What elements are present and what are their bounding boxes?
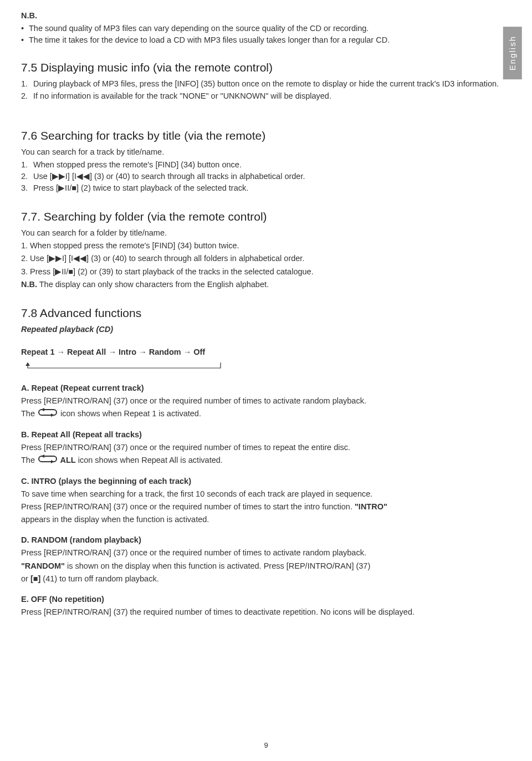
nb-label-inline: N.B.: [21, 280, 37, 289]
section-7-8-heading: 7.8 Advanced functions: [21, 305, 511, 321]
subhead-repeated-playback: Repeated playback (CD): [21, 324, 511, 335]
nb-inline-text: The display can only show characters fro…: [37, 280, 269, 289]
list-item: 3. Press [▶II/■] (2) or (39) to start pl…: [21, 266, 511, 278]
list-number: 1.: [21, 159, 33, 171]
nb-bullet: • The sound quality of MP3 files can var…: [21, 23, 511, 34]
adv-b-title: B. Repeat All (Repeat all tracks): [21, 429, 511, 441]
adv-a-icon-line: The icon shows when Repeat 1 is activate…: [21, 408, 511, 420]
section-intro: You can search for a folder by title/nam…: [21, 227, 511, 239]
adv-e-title: E. OFF (No repetition): [21, 594, 511, 605]
adv-c-line3: appears in the display when the function…: [21, 514, 511, 525]
section-7-7-heading: 7.7. Searching by folder (via the remote…: [21, 208, 511, 225]
loop-arrow-icon: [21, 361, 226, 372]
nb-label: N.B.: [21, 10, 511, 22]
adv-c-line2: Press [REP/INTRO/RAN] (37) once or the r…: [21, 501, 511, 513]
list-number: 2.: [21, 90, 33, 102]
repeat-icon: [38, 408, 57, 420]
intro-label: "INTRO": [355, 502, 387, 511]
text: (41) to turn off random playback.: [40, 574, 158, 583]
adv-b-icon-line: The ALL icon shows when Repeat All is ac…: [21, 454, 511, 467]
list-item: 2. Use [▶▶I] [I◀◀] (3) or (40) to search…: [21, 171, 511, 182]
text: Press [REP/INTRO/RAN] (37) once or the r…: [21, 502, 355, 511]
list-text: Press [▶II/■] (2) twice to start playbac…: [33, 182, 511, 194]
adv-d-line: Press [REP/INTRO/RAN] (37) once or the r…: [21, 547, 511, 559]
stop-button-label: [■]: [30, 574, 40, 583]
page-content: N.B. • The sound quality of MP3 files ca…: [0, 0, 532, 636]
adv-c-title: C. INTRO (plays the beginning of each tr…: [21, 476, 511, 487]
list-text: When stopped press the remote's [FIND] (…: [33, 159, 511, 171]
list-item: 2. Use [▶▶I] [I◀◀] (3) or (40) to search…: [21, 253, 511, 264]
section-7-6-heading: 7.6 Searching for tracks by title (via t…: [21, 127, 511, 144]
text: is shown on the display when this functi…: [65, 561, 370, 570]
adv-e-line: Press [REP/INTRO/RAN] (37) the required …: [21, 606, 511, 618]
nb-text: The time it takes for the device to load…: [29, 34, 390, 46]
text-pre: The: [21, 456, 37, 464]
list-text: If no information is available for the t…: [33, 90, 511, 102]
bullet-dot: •: [21, 23, 29, 34]
list-item: 2. If no information is available for th…: [21, 90, 511, 102]
list-number: 2.: [21, 171, 33, 182]
adv-a-line: Press [REP/INTRO/RAN] (37) once or the r…: [21, 395, 511, 407]
section-intro: You can search for a track by title/name…: [21, 146, 511, 158]
page-number: 9: [0, 740, 532, 751]
list-text: Use [▶▶I] [I◀◀] (3) or (40) to search th…: [33, 171, 511, 182]
adv-d-line2: "RANDOM" is shown on the display when th…: [21, 560, 511, 572]
language-tab: English: [503, 27, 522, 79]
list-item: 1. During playback of MP3 files, press t…: [21, 78, 511, 90]
repeat-icon: [38, 454, 57, 467]
list-number: 1.: [21, 78, 33, 90]
list-number: 3.: [21, 182, 33, 194]
random-label: "RANDOM": [21, 561, 65, 570]
text: or: [21, 574, 30, 583]
text-post: icon shows when Repeat All is activated.: [76, 456, 223, 464]
nb-bullet: • The time it takes for the device to lo…: [21, 34, 511, 46]
adv-c-line: To save time when searching for a track,…: [21, 488, 511, 500]
bullet-dot: •: [21, 34, 29, 46]
sequence-loop-arrow: [21, 361, 511, 372]
nb-line: N.B. The display can only show character…: [21, 279, 511, 290]
adv-b-line: Press [REP/INTRO/RAN] (37) once or the r…: [21, 442, 511, 453]
section-7-5-heading: 7.5 Displaying music info (via the remot…: [21, 59, 511, 76]
adv-d-title: D. RANDOM (random playback): [21, 534, 511, 546]
list-item: 1. When stopped press the remote's [FIND…: [21, 159, 511, 171]
list-text: During playback of MP3 files, press the …: [33, 78, 511, 90]
all-label: ALL: [58, 456, 76, 464]
list-item: 1. When stopped press the remote's [FIND…: [21, 240, 511, 252]
list-item: 3. Press [▶II/■] (2) twice to start play…: [21, 182, 511, 194]
nb-text: The sound quality of MP3 files can vary …: [29, 23, 369, 34]
text-pre: The: [21, 409, 37, 418]
text-post: icon shows when Repeat 1 is activated.: [60, 409, 201, 418]
repeat-sequence: Repeat 1 → Repeat All → Intro → Random →…: [21, 346, 511, 358]
adv-d-line3: or [■] (41) to turn off random playback.: [21, 573, 511, 585]
adv-a-title: A. Repeat (Repeat current track): [21, 382, 511, 394]
